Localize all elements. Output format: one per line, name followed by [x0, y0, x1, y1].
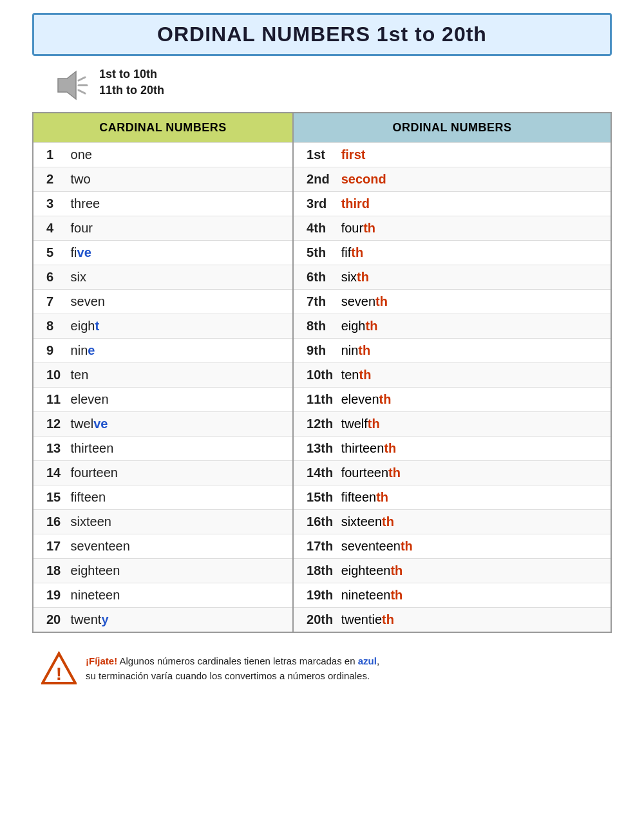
- table-row: 16 sixteen16th sixteenth: [33, 510, 611, 534]
- svg-marker-0: [58, 71, 76, 99]
- speaker-icon: [52, 68, 90, 103]
- ordinal-cell: 15th fifteenth: [293, 485, 611, 510]
- ordinal-cell: 19th nineteenth: [293, 583, 611, 608]
- table-row: 17 seventeen17th seventeenth: [33, 534, 611, 559]
- page-title: ORDINAL NUMBERS 1st to 20th: [32, 13, 612, 56]
- note-text: ¡Fíjate! Algunos números cardinales tien…: [86, 654, 379, 683]
- ordinal-cell: 11th eleventh: [293, 388, 611, 412]
- audio-link-1[interactable]: 1st to 10th: [99, 68, 164, 81]
- table-row: 12 twelve12th twelfth: [33, 412, 611, 437]
- ordinal-cell: 10th tenth: [293, 363, 611, 388]
- table-row: 15 fifteen15th fifteenth: [33, 485, 611, 510]
- table-row: 7 seven7th seventh: [33, 290, 611, 314]
- note-text2: ,: [377, 655, 379, 666]
- ordinal-cell: 2nd second: [293, 167, 611, 192]
- cardinal-cell: 2 two: [33, 167, 293, 192]
- note-text3: su terminación varía cuando los converti…: [86, 670, 370, 681]
- ordinal-cell: 4th fourth: [293, 216, 611, 241]
- header-cardinal: CARDINAL NUMBERS: [33, 113, 293, 143]
- note-text1: Algunos números cardinales tienen letras…: [117, 655, 358, 666]
- ordinal-cell: 16th sixteenth: [293, 510, 611, 534]
- table-row: 3 three3rd third: [33, 192, 611, 216]
- cardinal-cell: 17 seventeen: [33, 534, 293, 559]
- cardinal-cell: 18 eighteen: [33, 559, 293, 583]
- ordinal-cell: 14th fourteenth: [293, 461, 611, 485]
- table-row: 2 two2nd second: [33, 167, 611, 192]
- note-section: ! ¡Fíjate! Algunos números cardinales ti…: [32, 644, 612, 693]
- ordinal-cell: 13th thirteenth: [293, 437, 611, 461]
- page-wrapper: ORDINAL NUMBERS 1st to 20th 1st to 10th …: [32, 13, 612, 693]
- cardinal-cell: 16 sixteen: [33, 510, 293, 534]
- table-row: 11 eleven11th eleventh: [33, 388, 611, 412]
- cardinal-cell: 10 ten: [33, 363, 293, 388]
- note-blue-word: azul: [358, 655, 377, 666]
- cardinal-cell: 13 thirteen: [33, 437, 293, 461]
- table-row: 13 thirteen13th thirteenth: [33, 437, 611, 461]
- table-row: 5 five5th fifth: [33, 241, 611, 265]
- ordinal-cell: 9th ninth: [293, 339, 611, 363]
- ordinal-cell: 3rd third: [293, 192, 611, 216]
- header-ordinal: ORDINAL NUMBERS: [293, 113, 611, 143]
- svg-line-3: [79, 90, 85, 93]
- table-row: 4 four4th fourth: [33, 216, 611, 241]
- ordinal-cell: 18th eighteenth: [293, 559, 611, 583]
- svg-line-1: [79, 77, 85, 80]
- cardinal-cell: 11 eleven: [33, 388, 293, 412]
- cardinal-cell: 1 one: [33, 143, 293, 167]
- cardinal-cell: 3 three: [33, 192, 293, 216]
- warning-icon: !: [41, 651, 77, 686]
- cardinal-cell: 19 nineteen: [33, 583, 293, 608]
- note-label: ¡Fíjate!: [86, 655, 117, 666]
- cardinal-cell: 4 four: [33, 216, 293, 241]
- table-row: 10 ten10th tenth: [33, 363, 611, 388]
- ordinal-cell: 7th seventh: [293, 290, 611, 314]
- table-row: 20 twenty20th twentieth: [33, 608, 611, 633]
- cardinal-cell: 9 nine: [33, 339, 293, 363]
- ordinal-cell: 5th fifth: [293, 241, 611, 265]
- main-table: CARDINAL NUMBERS ORDINAL NUMBERS 1 one1s…: [32, 112, 612, 633]
- ordinal-cell: 8th eighth: [293, 314, 611, 339]
- ordinal-cell: 1st first: [293, 143, 611, 167]
- audio-links: 1st to 10th 11th to 20th: [99, 68, 164, 97]
- cardinal-cell: 5 five: [33, 241, 293, 265]
- ordinal-cell: 12th twelfth: [293, 412, 611, 437]
- cardinal-cell: 7 seven: [33, 290, 293, 314]
- svg-text:!: !: [56, 664, 62, 684]
- table-row: 18 eighteen18th eighteenth: [33, 559, 611, 583]
- table-row: 14 fourteen14th fourteenth: [33, 461, 611, 485]
- table-row: 1 one1st first: [33, 143, 611, 167]
- cardinal-cell: 20 twenty: [33, 608, 293, 633]
- cardinal-cell: 6 six: [33, 265, 293, 290]
- table-row: 8 eight8th eighth: [33, 314, 611, 339]
- ordinal-cell: 6th sixth: [293, 265, 611, 290]
- table-row: 9 nine9th ninth: [33, 339, 611, 363]
- table-row: 6 six6th sixth: [33, 265, 611, 290]
- audio-section: 1st to 10th 11th to 20th: [32, 68, 612, 103]
- cardinal-cell: 12 twelve: [33, 412, 293, 437]
- ordinal-cell: 17th seventeenth: [293, 534, 611, 559]
- cardinal-cell: 8 eight: [33, 314, 293, 339]
- audio-link-2[interactable]: 11th to 20th: [99, 84, 164, 97]
- table-row: 19 nineteen19th nineteenth: [33, 583, 611, 608]
- cardinal-cell: 14 fourteen: [33, 461, 293, 485]
- ordinal-cell: 20th twentieth: [293, 608, 611, 633]
- cardinal-cell: 15 fifteen: [33, 485, 293, 510]
